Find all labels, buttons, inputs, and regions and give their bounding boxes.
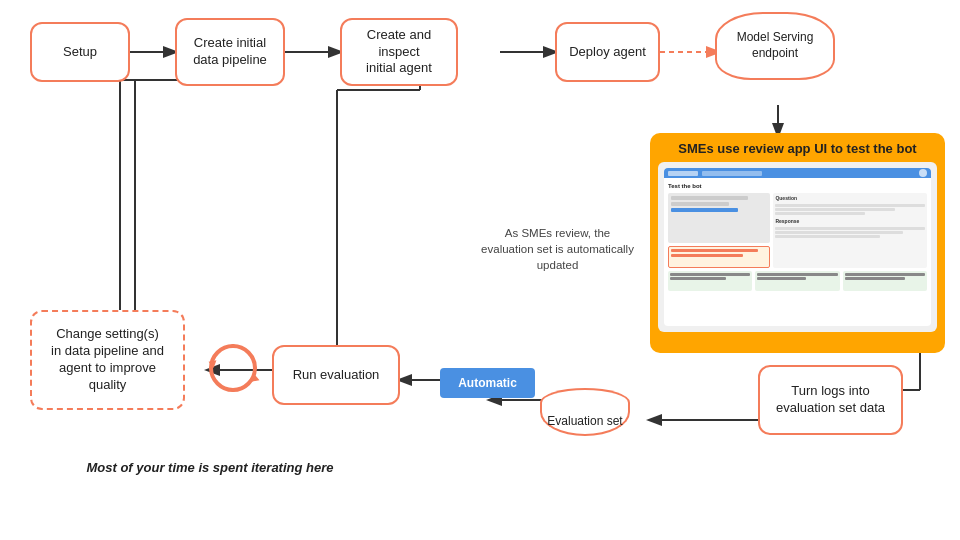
inspect-label: Create and inspectinitial agent — [350, 27, 448, 78]
serving-box: Model Servingendpoint — [715, 12, 835, 80]
serving-label: Model Servingendpoint — [737, 30, 814, 61]
change-label: Change setting(s)in data pipeline andage… — [51, 326, 164, 394]
iterate-label: Most of your time is spent iterating her… — [30, 460, 390, 475]
run-eval-label: Run evaluation — [293, 367, 380, 384]
screen-mock: Test the bot — [658, 162, 937, 332]
db-body: Evaluation set — [540, 406, 630, 436]
automatic-label: Automatic — [458, 376, 517, 390]
turn-logs-label: Turn logs intoevaluation set data — [776, 383, 885, 417]
iterate-text: Most of your time is spent iterating her… — [86, 460, 333, 475]
setup-box: Setup — [30, 22, 130, 82]
change-box: Change setting(s)in data pipeline andage… — [30, 310, 185, 410]
run-eval-box: Run evaluation — [272, 345, 400, 405]
sme-title: SMEs use review app UI to test the bot — [658, 141, 937, 156]
pipeline-box: Create initialdata pipeline — [175, 18, 285, 86]
automatic-badge: Automatic — [440, 368, 535, 398]
deploy-label: Deploy agent — [569, 44, 646, 61]
cycle-icon — [198, 335, 268, 395]
turn-logs-box: Turn logs intoevaluation set data — [758, 365, 903, 435]
inspect-box: Create and inspectinitial agent — [340, 18, 458, 86]
db-top — [540, 388, 630, 406]
deploy-box: Deploy agent — [555, 22, 660, 82]
eval-set-label: Evaluation set — [547, 414, 622, 428]
eval-set-shape: Evaluation set — [540, 388, 630, 436]
sme-note: As SMEs review, the evaluation set is au… — [480, 225, 635, 273]
sme-highlight-box: SMEs use review app UI to test the bot T… — [650, 133, 945, 353]
setup-label: Setup — [63, 44, 97, 61]
pipeline-label: Create initialdata pipeline — [193, 35, 267, 69]
